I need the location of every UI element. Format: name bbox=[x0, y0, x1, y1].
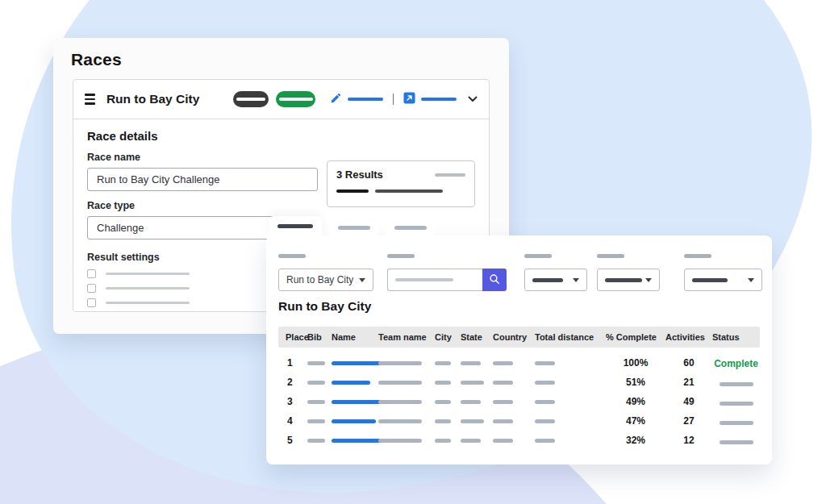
search-button[interactable] bbox=[482, 269, 507, 291]
activities-value: 21 bbox=[665, 377, 712, 388]
edit-link[interactable] bbox=[330, 92, 383, 107]
city-placeholder-bar bbox=[435, 419, 451, 423]
state-placeholder-bar bbox=[461, 381, 484, 385]
table-header-row: Place Bib Name Team name City State Coun… bbox=[278, 327, 760, 348]
results-summary-box: 3 Results bbox=[327, 160, 475, 207]
checkbox[interactable] bbox=[87, 284, 96, 293]
city-placeholder-bar bbox=[435, 381, 451, 385]
pencil-icon bbox=[330, 92, 342, 107]
tab-active[interactable] bbox=[269, 216, 322, 235]
caret-down-icon bbox=[645, 278, 652, 282]
team-placeholder-bar bbox=[378, 439, 422, 443]
name-link-bar[interactable] bbox=[332, 419, 376, 423]
dark-pill-button[interactable] bbox=[233, 91, 269, 107]
filter-select[interactable] bbox=[597, 269, 660, 291]
tab-secondary[interactable] bbox=[329, 220, 378, 235]
checkbox[interactable] bbox=[87, 298, 96, 307]
place-value: 3 bbox=[278, 396, 307, 407]
race-filter-group: Run to Bay City bbox=[278, 254, 373, 291]
column-header: Country bbox=[493, 332, 535, 342]
bib-placeholder-bar bbox=[307, 400, 325, 404]
country-placeholder-bar bbox=[493, 419, 513, 423]
distance-placeholder-bar bbox=[535, 381, 555, 385]
filter-group bbox=[524, 254, 587, 291]
results-table: Place Bib Name Team name City State Coun… bbox=[278, 327, 760, 450]
checkbox[interactable] bbox=[87, 269, 96, 278]
page: Races Run to Bay City bbox=[0, 0, 826, 504]
city-placeholder-bar bbox=[435, 400, 451, 404]
team-placeholder-bar bbox=[378, 400, 422, 404]
filter-select[interactable] bbox=[524, 269, 587, 291]
place-value: 5 bbox=[278, 435, 307, 446]
name-link-bar[interactable] bbox=[332, 400, 382, 404]
tab-placeholder-bar bbox=[338, 226, 370, 230]
race-select[interactable]: Run to Bay City bbox=[278, 269, 373, 291]
results-heading: Run to Bay City bbox=[278, 299, 371, 314]
table-row: 5 32% 12 bbox=[278, 431, 760, 450]
activities-value: 60 bbox=[665, 357, 712, 369]
search-placeholder-bar bbox=[395, 278, 453, 281]
column-header: Bib bbox=[307, 332, 332, 342]
city-placeholder-bar bbox=[435, 361, 451, 365]
country-placeholder-bar bbox=[493, 400, 513, 404]
search-filter-group bbox=[387, 254, 507, 291]
page-title: Races bbox=[71, 50, 122, 69]
table-row: 2 51% 21 bbox=[278, 373, 760, 392]
column-header: % Complete bbox=[606, 332, 665, 342]
percent-complete-value: 100% bbox=[606, 357, 665, 369]
export-arrow-icon bbox=[403, 92, 415, 107]
green-pill-button[interactable] bbox=[276, 91, 315, 107]
percent-complete-value: 47% bbox=[606, 415, 665, 427]
caret-down-icon bbox=[573, 278, 579, 282]
activities-value: 12 bbox=[665, 435, 712, 446]
status-badge: Complete bbox=[714, 358, 758, 369]
chevron-down-icon[interactable] bbox=[468, 96, 478, 102]
hamburger-icon[interactable] bbox=[85, 94, 95, 105]
column-header: Total distance bbox=[535, 332, 606, 342]
bib-placeholder-bar bbox=[307, 419, 325, 423]
place-value: 4 bbox=[278, 415, 307, 427]
column-header: State bbox=[461, 332, 493, 342]
race-panel-header: Run to Bay City bbox=[73, 80, 489, 119]
tab-secondary[interactable] bbox=[386, 220, 435, 235]
name-link-bar[interactable] bbox=[332, 381, 370, 385]
export-link[interactable] bbox=[403, 92, 457, 107]
activities-value: 49 bbox=[665, 396, 712, 407]
status-placeholder-bar bbox=[720, 440, 753, 444]
race-name-input[interactable] bbox=[87, 168, 318, 191]
filter-label-bar bbox=[524, 254, 552, 258]
setting-placeholder-bar bbox=[106, 287, 190, 289]
caret-down-icon bbox=[359, 278, 365, 282]
distance-placeholder-bar bbox=[535, 439, 555, 443]
column-header: Team name bbox=[378, 332, 435, 342]
placeholder-bar bbox=[435, 173, 465, 177]
race-panel-title: Run to Bay City bbox=[106, 92, 199, 106]
column-header: Place bbox=[278, 332, 307, 342]
state-placeholder-bar bbox=[461, 439, 481, 443]
bib-placeholder-bar bbox=[307, 381, 325, 385]
filter-select[interactable] bbox=[684, 269, 762, 291]
pill-placeholder-bar bbox=[279, 98, 313, 101]
country-placeholder-bar bbox=[493, 361, 513, 365]
place-value: 2 bbox=[278, 377, 307, 388]
table-row: 1 100% 60 Complete bbox=[278, 353, 760, 373]
bib-placeholder-bar bbox=[307, 439, 325, 443]
race-select-value: Run to Bay City bbox=[286, 274, 353, 285]
filter-group bbox=[684, 254, 762, 291]
state-placeholder-bar bbox=[461, 400, 481, 404]
column-header: Name bbox=[332, 332, 378, 342]
search-input[interactable] bbox=[387, 269, 482, 291]
select-placeholder-bar bbox=[692, 278, 728, 282]
distance-placeholder-bar bbox=[535, 419, 555, 423]
country-placeholder-bar bbox=[493, 381, 513, 385]
team-placeholder-bar bbox=[378, 419, 422, 423]
setting-placeholder-bar bbox=[106, 302, 190, 304]
race-details-heading: Race details bbox=[87, 129, 475, 143]
filter-label-bar bbox=[597, 254, 624, 258]
filter-group bbox=[597, 254, 660, 291]
filter-label-bar bbox=[278, 254, 306, 258]
table-row: 4 47% 27 bbox=[278, 411, 760, 431]
team-placeholder-bar bbox=[378, 381, 422, 385]
column-header: City bbox=[435, 332, 461, 342]
percent-complete-value: 32% bbox=[606, 435, 665, 446]
